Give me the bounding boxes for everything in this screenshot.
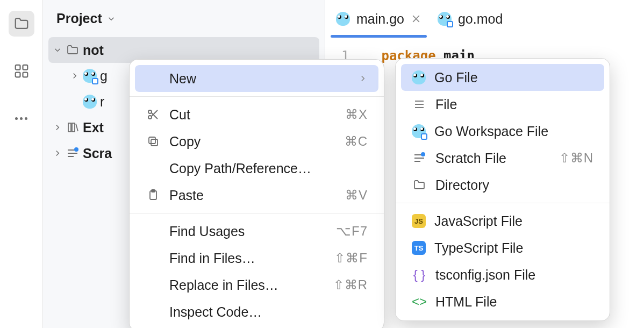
- menu-item-copy-path[interactable]: Copy Path/Reference…: [135, 155, 378, 182]
- menu-shortcut: ⌘V: [345, 188, 368, 203]
- menu-item-scratch-file[interactable]: Scratch File ⇧⌘N: [401, 145, 604, 172]
- menu-label: Directory: [435, 177, 593, 193]
- scratches-icon: [413, 152, 426, 165]
- copy-icon: [147, 135, 160, 148]
- svg-rect-0: [15, 65, 20, 70]
- menu-item-go-workspace[interactable]: Go Workspace File: [401, 118, 604, 145]
- svg-rect-18: [149, 137, 155, 144]
- tree-scratch-label: Scra: [83, 146, 112, 161]
- menu-item-html-file[interactable]: <> HTML File: [401, 288, 604, 315]
- menu-label: TypeScript File: [434, 240, 593, 256]
- menu-shortcut: ⇧⌘R: [333, 277, 368, 293]
- menu-item-cut[interactable]: Cut ⌘X: [135, 101, 378, 128]
- svg-rect-3: [23, 73, 27, 77]
- folder-icon: [66, 44, 79, 56]
- menu-label: File: [435, 97, 593, 112]
- folder-icon: [413, 179, 426, 191]
- svg-rect-1: [23, 65, 27, 70]
- menu-shortcut: ⇧⌘N: [559, 151, 593, 166]
- structure-tool-button[interactable]: [9, 58, 34, 84]
- grid-icon: [13, 63, 30, 79]
- go-file-icon: [83, 95, 97, 109]
- scratches-icon: [66, 147, 79, 160]
- menu-item-replace-in-files[interactable]: Replace in Files… ⇧⌘R: [135, 272, 378, 298]
- svg-rect-4: [68, 123, 71, 132]
- menu-item-ts-file[interactable]: TS TypeScript File: [401, 234, 604, 261]
- menu-item-tsconfig[interactable]: { } tsconfig.json File: [401, 261, 604, 288]
- tab-go-mod[interactable]: go.mod: [438, 0, 503, 38]
- tool-window-rail: [0, 0, 43, 328]
- close-icon[interactable]: [411, 13, 421, 24]
- menu-item-copy[interactable]: Copy ⌘C: [135, 128, 378, 155]
- menu-label: Find Usages: [169, 224, 327, 239]
- editor-area: main.go go.mod 1 package main: [325, 0, 644, 63]
- menu-item-find-in-files[interactable]: Find in Files… ⇧⌘F: [135, 245, 378, 272]
- folder-icon: [13, 16, 30, 32]
- svg-rect-5: [72, 123, 75, 132]
- tree-file-label: r: [100, 94, 104, 110]
- clipboard-icon: [147, 189, 160, 202]
- chevron-down-icon: [106, 14, 116, 24]
- menu-separator: [130, 213, 384, 213]
- go-file-icon: [336, 12, 350, 26]
- new-submenu: Go File File Go Workspace File Scratch F…: [395, 58, 610, 321]
- chevron-down-icon: [53, 45, 62, 55]
- braces-icon: { }: [412, 267, 427, 282]
- chevron-right-icon: [70, 71, 80, 81]
- menu-shortcut: ⇧⌘F: [334, 251, 368, 266]
- scissors-icon: [147, 108, 160, 121]
- menu-label: HTML File: [435, 294, 593, 310]
- tree-ext-label: Ext: [83, 120, 104, 136]
- chevron-right-icon: [53, 123, 62, 132]
- menu-label: Inspect Code…: [169, 304, 368, 320]
- tree-file-label: g: [100, 68, 108, 84]
- tab-label: main.go: [356, 11, 404, 27]
- project-view-title: Project: [56, 11, 102, 26]
- menu-item-find-usages[interactable]: Find Usages ⌥F7: [135, 218, 378, 245]
- menu-label: Copy Path/Reference…: [169, 161, 368, 176]
- html-tag-icon: <>: [412, 294, 427, 309]
- library-icon: [66, 121, 79, 134]
- menu-shortcut: ⌘C: [345, 134, 368, 149]
- go-file-icon: [412, 70, 426, 84]
- go-file-icon: [83, 69, 97, 83]
- menu-label: Replace in Files…: [169, 277, 325, 293]
- go-file-icon: [412, 124, 426, 138]
- menu-item-directory[interactable]: Directory: [401, 172, 604, 198]
- tree-root-label: not: [83, 42, 104, 58]
- menu-label: tsconfig.json File: [435, 267, 593, 283]
- ts-icon: TS: [412, 241, 426, 255]
- tab-label: go.mod: [458, 11, 503, 27]
- menu-shortcut: ⌥F7: [336, 224, 368, 239]
- menu-label: JavaScript File: [434, 213, 593, 229]
- menu-separator: [130, 96, 384, 97]
- menu-label: New: [169, 71, 349, 87]
- js-icon: JS: [412, 214, 426, 228]
- menu-item-go-file[interactable]: Go File: [401, 64, 604, 91]
- svg-rect-17: [151, 139, 158, 146]
- menu-item-file[interactable]: File: [401, 91, 604, 118]
- menu-label: Copy: [169, 134, 336, 149]
- tab-main-go[interactable]: main.go: [336, 0, 421, 38]
- svg-line-6: [76, 124, 78, 131]
- svg-rect-2: [15, 73, 20, 77]
- menu-label: Cut: [169, 107, 337, 123]
- menu-item-paste[interactable]: Paste ⌘V: [135, 182, 378, 209]
- submenu-arrow-icon: [358, 74, 368, 83]
- project-tool-button[interactable]: [9, 11, 34, 37]
- menu-item-inspect-code[interactable]: Inspect Code…: [135, 298, 378, 325]
- svg-point-27: [421, 152, 425, 156]
- menu-label: Find in Files…: [169, 251, 326, 266]
- menu-item-js-file[interactable]: JS JavaScript File: [401, 208, 604, 234]
- chevron-right-icon: [53, 148, 62, 158]
- menu-label: Scratch File: [435, 151, 550, 166]
- menu-label: Go Workspace File: [434, 124, 593, 139]
- editor-tabs: main.go go.mod: [325, 0, 644, 38]
- more-tool-button[interactable]: [9, 105, 34, 131]
- go-file-icon: [438, 12, 452, 26]
- project-view-header[interactable]: Project: [43, 0, 325, 37]
- context-menu: New Cut ⌘X Copy ⌘C Copy Path/Reference… …: [129, 59, 384, 328]
- menu-shortcut: ⌘X: [345, 107, 368, 122]
- svg-point-10: [74, 147, 78, 152]
- menu-item-new[interactable]: New: [135, 65, 378, 92]
